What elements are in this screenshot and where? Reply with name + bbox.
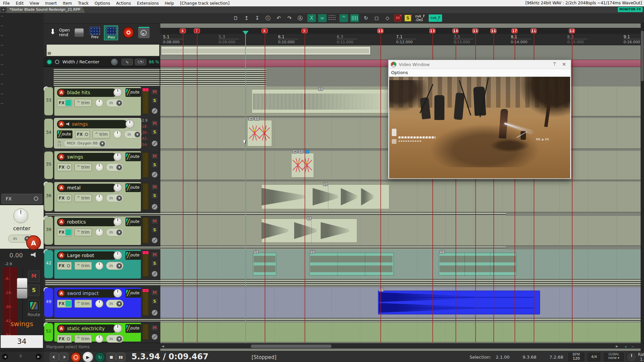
scroll-left-icon[interactable]: ◀ <box>2 354 8 360</box>
prev-button-1[interactable]: Prev <box>89 26 101 40</box>
grid-dots-icon[interactable] <box>329 15 335 21</box>
track-color-tab[interactable]: 52 <box>44 323 53 341</box>
track-pan-knob[interactable] <box>113 218 122 226</box>
track-phase-button[interactable] <box>152 237 158 243</box>
track-input-dropdown[interactable]: in▼ <box>106 99 123 107</box>
audio-item-teal[interactable] <box>309 253 394 276</box>
track-trim-button[interactable]: ^ trim <box>74 163 92 171</box>
track-trim-button[interactable]: ^ trim <box>74 99 92 107</box>
hscroll-thumb[interactable] <box>251 345 331 348</box>
mute-tool-badge[interactable]: M✕ <box>394 15 401 21</box>
item-loop-badge[interactable]: ↻ <box>255 117 259 121</box>
track-automation-badge[interactable]: A <box>58 325 65 332</box>
track-name-bar[interactable]: Aswings <box>57 153 117 161</box>
audio-item-bursts[interactable] <box>261 219 357 243</box>
horizontal-scrollbar[interactable]: ◀▶＋－ <box>160 343 641 349</box>
project-tab[interactable]: *Stellar Blade Sound Redesign_21.RPP <box>7 7 85 13</box>
loop-button[interactable]: ↻ <box>95 352 105 362</box>
lock-icon[interactable]: ◻ <box>372 14 381 22</box>
track-name[interactable]: robotics <box>67 219 111 225</box>
menu-options[interactable]: Options <box>92 1 113 6</box>
tcp-track-33[interactable]: ▾33Ablade hitsRouteFX^ trimin▼MS <box>44 86 160 117</box>
track-name[interactable]: metal <box>67 185 111 191</box>
track-trim-button[interactable]: ^ trim <box>74 300 92 308</box>
pin-icon[interactable]: ⍑ <box>553 61 556 67</box>
tcp-track-49[interactable]: ▸49Asword impactRouteFX^ trimin▼MS <box>44 287 160 318</box>
arrange-row-42[interactable]: ↻↻↻ <box>160 249 641 280</box>
transport-time-display[interactable]: 5.3.94 / 0:09.467 <box>131 352 208 361</box>
repeat-icon[interactable]: ↻ <box>362 14 370 22</box>
track-fx-button[interactable]: FX <box>57 99 72 107</box>
stop-button[interactable]: ■ <box>107 353 116 361</box>
track-name-bar[interactable]: Aswings <box>57 120 127 128</box>
track-pan-knob[interactable] <box>113 88 122 97</box>
track-automation-badge[interactable]: A <box>58 154 65 160</box>
track-name-bar[interactable]: Ablade hits <box>57 88 117 97</box>
track-mute-button[interactable]: M <box>151 218 158 225</box>
track-solo-button[interactable]: S <box>151 227 158 233</box>
open-rend-label-1[interactable]: Open <box>59 28 73 33</box>
track-mute-button[interactable]: M <box>151 88 158 95</box>
mixer-route-button[interactable] <box>28 300 40 311</box>
play-button[interactable]: ▶ <box>83 352 93 362</box>
track-phase-button[interactable] <box>152 172 158 178</box>
play-cursor-head[interactable] <box>243 31 249 35</box>
track-trim-knob[interactable] <box>95 300 103 308</box>
track-mute-button[interactable]: M <box>151 120 158 127</box>
track-panel[interactable]: Astatic electricityRouteFX^ trimin▼ <box>54 323 141 342</box>
audio-item-spikes[interactable]: ▼▼ <box>291 153 314 178</box>
track-route-button[interactable]: Route <box>125 324 141 333</box>
track-pan-knob[interactable] <box>113 324 122 333</box>
crossfade-icon[interactable]: X <box>307 14 316 22</box>
menu-item[interactable]: Item <box>60 1 75 6</box>
track-pan-knob[interactable] <box>113 183 122 192</box>
track-pan-knob[interactable] <box>113 153 122 161</box>
rate-knob[interactable] <box>627 352 637 362</box>
bpm-box[interactable]: BPM 120 <box>568 352 585 362</box>
tcp-track-34[interactable]: 34AswingsRouteFX^ trimin▼INFXMIDI: Oxyge… <box>44 118 160 149</box>
arrange-row-49[interactable]: ↻ <box>160 287 641 318</box>
menu-view[interactable]: View <box>26 1 42 6</box>
vertical-scrollbar[interactable] <box>641 23 644 351</box>
tcp-track-36[interactable]: ▸36AmetalRouteFX^ trimin▼MS <box>44 182 160 213</box>
track-mute-button[interactable]: M <box>151 153 158 160</box>
track-fx-button[interactable]: FX <box>57 194 72 202</box>
track-color-tab[interactable]: 35 <box>44 152 53 179</box>
track-panel[interactable]: Ablade hitsRouteFX^ trimin▼ <box>54 87 141 116</box>
open-rend-label-2[interactable]: rend <box>59 33 73 37</box>
item-loop-badge[interactable]: ↻ <box>254 250 259 254</box>
item-loop-badge[interactable]: ↻ <box>323 182 328 186</box>
item-loop-badge[interactable]: ↻ <box>379 288 384 292</box>
undo-icon[interactable]: ↶ <box>274 14 283 22</box>
track-phase-button[interactable] <box>152 204 158 210</box>
mixer-pan-knob[interactable] <box>13 208 28 223</box>
track-trim-button[interactable]: ^ trim <box>74 228 92 236</box>
track-trim-button[interactable]: ^ trim <box>74 262 92 270</box>
track-trim-button[interactable]: ^ trim <box>93 130 110 138</box>
track-name[interactable]: static electricity <box>67 326 111 331</box>
track-solo-button[interactable]: S <box>151 129 158 135</box>
track-trim-knob[interactable] <box>95 228 103 236</box>
track-fx-button[interactable]: FX <box>75 130 90 138</box>
track-color-tab[interactable]: 33 <box>44 87 53 115</box>
prev-button-2[interactable]: Prev <box>104 25 118 40</box>
arrange-row-52[interactable] <box>160 322 641 343</box>
nvk-folder-label-line1[interactable]: nvk_F <box>415 14 429 18</box>
track-automation-badge[interactable]: A <box>58 184 65 191</box>
solo-tool-badge[interactable]: S✕ <box>405 15 411 21</box>
time-signature-box[interactable]: 4/4 <box>587 352 601 362</box>
width-knob[interactable] <box>111 58 118 66</box>
mixer-solo-button[interactable]: S <box>28 285 40 296</box>
track-name[interactable]: swings <box>67 154 111 160</box>
item-loop-badge[interactable]: ↻ <box>310 250 315 254</box>
nvk-folder-label-line2[interactable]: -Des <box>415 18 429 22</box>
track-color-tab[interactable]: 42 <box>44 250 53 278</box>
track-solo-button[interactable]: S <box>151 260 158 267</box>
render-icon[interactable]: ↧ <box>253 14 262 22</box>
track-route-button[interactable]: Route <box>125 289 141 298</box>
metronome-icon[interactable]: Ⓐ <box>296 14 305 22</box>
menu-help[interactable]: Help <box>162 1 177 6</box>
track-panel[interactable]: Asword impactRouteFX^ trimin▼ <box>54 288 141 317</box>
track-automation-badge[interactable]: A <box>58 290 65 297</box>
track-phase-button[interactable] <box>152 140 158 146</box>
